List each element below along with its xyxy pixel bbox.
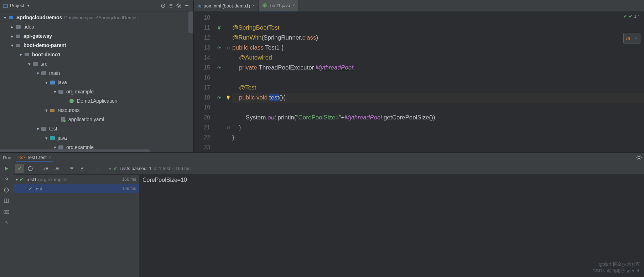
collapse-icon[interactable] — [78, 164, 87, 173]
tree-src[interactable]: ▾src — [0, 59, 193, 68]
gutter-marks: ❦ ⟳ ⟳ ⟳ — [214, 11, 224, 152]
tree-java[interactable]: ▾java — [0, 78, 193, 87]
test-class-row[interactable]: ▾ ✔ Test1 (org.example) 166 ms — [13, 175, 139, 184]
svg-text:c: c — [264, 4, 265, 7]
scrollbar-v[interactable] — [188, 11, 193, 33]
collapse-all-icon[interactable] — [167, 2, 175, 10]
sort-icon-2[interactable]: ↓≡ — [52, 164, 61, 173]
close-icon[interactable]: × — [252, 3, 255, 8]
project-dropdown[interactable]: Project ▼ — [3, 3, 30, 8]
tree-java2[interactable]: ▾java — [0, 133, 193, 143]
svg-rect-6 — [16, 44, 20, 47]
svg-point-18 — [6, 221, 7, 223]
tree-demo1-app[interactable]: Demo1Application — [0, 96, 193, 106]
check-icon[interactable]: ✔ — [15, 164, 24, 173]
run-tab-bar: Run: </> Test1.test × — [0, 153, 644, 163]
tree-boot-demo1[interactable]: ▾boot-demo1 — [0, 50, 193, 59]
watermark: @稀土掘金技术社区 CSDN @雨雨子speech — [592, 261, 640, 274]
code-body[interactable]: @SpringBootTest @RunWith(SpringRunner.cl… — [232, 11, 644, 152]
test-method-row[interactable]: ✔ test 166 ms — [13, 184, 139, 193]
run-config-tab[interactable]: </> Test1.test × — [16, 154, 53, 161]
sort-icon[interactable]: ↓≡ — [41, 164, 50, 173]
settings-icon[interactable] — [175, 2, 183, 10]
tree-test[interactable]: ▾test — [0, 124, 193, 133]
editor-pane: m pom.xml (boot-demo1) × c Test1.java × … — [194, 0, 644, 152]
java-class-icon: c — [262, 3, 267, 8]
maven-tool-icon[interactable]: m × — [623, 33, 640, 43]
svg-point-3 — [178, 5, 180, 6]
svg-point-8 — [69, 99, 74, 103]
svg-rect-7 — [25, 53, 29, 56]
run-gutter-icon[interactable]: ⟳ — [217, 95, 221, 101]
tree-boot-demo-parent[interactable]: ▾boot-demo-parent — [0, 41, 193, 50]
svg-point-14 — [638, 157, 640, 159]
locate-icon[interactable] — [159, 2, 167, 10]
svg-rect-9 — [50, 109, 54, 112]
test-tree: ▾ ✔ Test1 (org.example) 166 ms ✔ test 16… — [13, 175, 139, 277]
settings-icon[interactable] — [636, 155, 642, 160]
layout-icon[interactable] — [2, 197, 10, 205]
line-gutter: 1011121314151617181920212223 — [194, 11, 214, 152]
tree-org-example[interactable]: ▾org.example — [0, 87, 193, 96]
minimize-icon[interactable] — [183, 2, 191, 10]
close-icon[interactable]: × — [292, 3, 295, 8]
project-tree: ▾ SpringcloudDemos D:\gitworkspace\Sprin… — [0, 11, 193, 152]
close-icon[interactable]: × — [48, 155, 51, 160]
tree-resources[interactable]: ▾resources — [0, 106, 193, 115]
toggle-icon[interactable] — [2, 186, 10, 194]
svg-point-2 — [163, 5, 164, 6]
code-area[interactable]: 1011121314151617181920212223 ❦ ⟳ ⟳ ⟳ ⊟ 💡 — [194, 11, 644, 152]
spring-leaf-icon: ❦ — [217, 25, 221, 31]
svg-rect-0 — [3, 4, 7, 7]
camera-icon[interactable] — [2, 207, 10, 215]
stop-icon[interactable] — [26, 164, 35, 173]
svg-point-11 — [63, 120, 66, 122]
more-icon[interactable] — [2, 218, 10, 226]
debug-rerun-icon[interactable] — [2, 175, 10, 183]
sidebar-header: Project ▼ — [0, 0, 193, 11]
tab-pom[interactable]: m pom.xml (boot-demo1) × — [194, 0, 259, 11]
tree-api-gateway[interactable]: ▸api-gateway — [0, 31, 193, 41]
tree-app-yaml[interactable]: application.yaml — [0, 115, 193, 124]
svg-rect-5 — [16, 35, 20, 38]
run-gutter-icon[interactable]: ⟳ — [217, 65, 221, 71]
run-left-toolbar — [0, 163, 13, 277]
run-gutter-icon[interactable]: ⟳ — [217, 45, 221, 51]
up-icon[interactable]: ↑ — [93, 164, 102, 173]
editor-tabs: m pom.xml (boot-demo1) × c Test1.java × — [194, 0, 644, 11]
run-button[interactable] — [2, 165, 10, 173]
run-panel: Run: </> Test1.test × ✔ — [0, 152, 644, 277]
maven-icon: m — [197, 3, 202, 9]
test-icon: </> — [18, 155, 25, 160]
svg-point-17 — [6, 211, 7, 213]
run-label: Run: — [3, 155, 12, 160]
run-toolbar: ✔ ↓≡ ↓≡ ↑ » ✔ Tests passed: 1 of 1 test … — [13, 163, 644, 175]
svg-rect-4 — [9, 16, 13, 19]
console-output[interactable]: CorePoolSize=10 @稀土掘金技术社区 CSDN @雨雨子speec… — [139, 175, 644, 277]
test-summary: » ✔ Tests passed: 1 of 1 test – 166 ms — [109, 166, 191, 171]
console-line: CorePoolSize=10 — [142, 177, 640, 183]
tree-idea[interactable]: ▸.idea — [0, 22, 193, 31]
project-sidebar: Project ▼ ▾ SpringcloudDemos D:\gitworks… — [0, 0, 194, 152]
fold-gutter: ⊟ 💡 ⊟ — [224, 11, 232, 152]
inspection-indicator[interactable]: ✔✔1 ˇ — [623, 14, 639, 19]
tree-main[interactable]: ▾main — [0, 68, 193, 78]
svg-rect-16 — [4, 210, 9, 214]
scrollbar-h[interactable] — [0, 149, 150, 152]
expand-icon[interactable] — [67, 164, 76, 173]
tab-test1[interactable]: c Test1.java × — [259, 0, 299, 11]
tree-root[interactable]: ▾ SpringcloudDemos D:\gitworkspace\Sprin… — [0, 13, 193, 22]
bulb-icon[interactable]: 💡 — [226, 96, 231, 100]
